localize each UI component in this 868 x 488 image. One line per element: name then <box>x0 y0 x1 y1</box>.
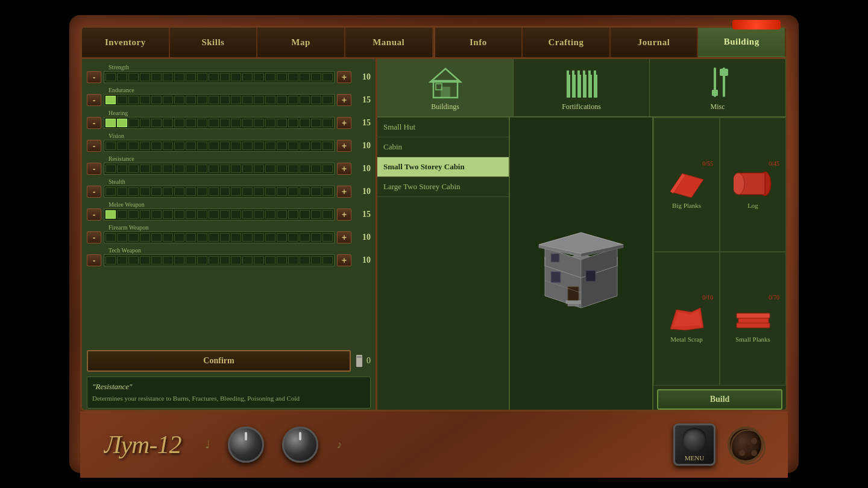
stat-minus-6[interactable]: - <box>87 208 101 221</box>
svg-rect-35 <box>566 301 580 304</box>
svg-rect-32 <box>586 271 596 281</box>
stat-value-7: 10 <box>354 233 371 242</box>
tab-skills[interactable]: Skills <box>170 28 258 57</box>
stat-plus-2[interactable]: + <box>337 117 351 129</box>
stat-row-endurance: Endurance-+15 <box>87 87 371 106</box>
stat-label-2: Hearing <box>108 110 128 116</box>
tab-manual-label: Manual <box>373 37 404 48</box>
stat-value-8: 10 <box>354 255 371 265</box>
building-preview <box>510 117 653 411</box>
menu-button[interactable]: MENU <box>673 424 715 466</box>
stat-controls-2: -+15 <box>87 117 371 129</box>
svg-marker-3 <box>430 69 461 82</box>
stat-row-strength: Strength-+10 <box>87 64 371 83</box>
svg-point-44 <box>734 173 744 195</box>
stat-plus-5[interactable]: + <box>337 186 351 198</box>
stat-minus-7[interactable]: - <box>87 231 101 243</box>
stat-minus-0[interactable]: - <box>87 71 101 83</box>
resource-big-planks: 0/55 Big Planks <box>653 117 720 252</box>
category-buildings[interactable]: Buildings <box>377 59 514 116</box>
stat-minus-1[interactable]: - <box>87 94 101 106</box>
resource-metal-scrap: 0/10 Metal Scrap <box>653 252 720 386</box>
stat-plus-1[interactable]: + <box>337 94 351 106</box>
tab-bar: Inventory Skills Map Manual Info Craftin… <box>82 28 786 59</box>
brand-text: Лут-12 <box>104 430 181 459</box>
svg-point-53 <box>739 450 745 456</box>
svg-rect-9 <box>583 75 587 98</box>
stat-minus-8[interactable]: - <box>87 254 101 266</box>
tab-crafting[interactable]: Crafting <box>523 28 611 57</box>
svg-rect-48 <box>738 318 769 323</box>
stat-label-3: Vision <box>108 133 124 139</box>
tab-manual[interactable]: Manual <box>345 28 433 57</box>
tab-map[interactable]: Map <box>257 28 345 57</box>
building-content: Small Hut Cabin Small Two Storey Cabin L… <box>377 117 786 411</box>
inner-panel: Inventory Skills Map Manual Info Craftin… <box>80 26 788 411</box>
stat-plus-3[interactable]: + <box>337 140 351 152</box>
stat-minus-3[interactable]: - <box>87 140 101 152</box>
svg-rect-36 <box>568 304 579 306</box>
stat-plus-6[interactable]: + <box>337 208 351 221</box>
stat-label-5: Stealth <box>108 178 125 185</box>
tab-inventory-label: Inventory <box>105 37 146 48</box>
resource-grid: 0/55 Big Planks <box>653 117 786 386</box>
stat-label-4: Resistance <box>108 155 134 162</box>
stat-plus-7[interactable]: + <box>337 231 351 243</box>
building-item-cabin[interactable]: Cabin <box>377 137 509 157</box>
stat-row-tech-weapon: Tech Weapon-+10 <box>87 247 371 266</box>
metal-scrap-label: Metal Scrap <box>670 336 702 343</box>
stat-label-1: Endurance <box>108 87 134 93</box>
stat-minus-4[interactable]: - <box>87 163 101 175</box>
build-button[interactable]: Build <box>657 389 782 410</box>
svg-rect-1 <box>357 356 362 358</box>
fortifications-icon <box>561 64 603 100</box>
stat-minus-2[interactable]: - <box>87 117 101 129</box>
outer-frame: Inventory Skills Map Manual Info Craftin… <box>69 15 799 473</box>
metal-scrap-icon <box>665 303 708 333</box>
music-note-2: ♪ <box>336 439 342 451</box>
stat-row-melee-weapon: Melee Weapon-+15 <box>87 201 371 221</box>
tab-crafting-label: Crafting <box>548 37 583 48</box>
misc-icon <box>697 64 739 100</box>
knob-right[interactable] <box>282 427 318 463</box>
building-item-small-two-storey[interactable]: Small Two Storey Cabin <box>377 157 509 177</box>
building-item-large-two-storey[interactable]: Large Two Storey Cabin <box>377 177 509 197</box>
stat-plus-8[interactable]: + <box>337 254 351 266</box>
stat-bar-8 <box>104 254 335 266</box>
big-planks-count: 0/55 <box>702 160 713 167</box>
knob-left[interactable] <box>228 427 264 463</box>
stat-plus-4[interactable]: + <box>337 163 351 175</box>
stat-bar-6 <box>104 208 335 221</box>
tab-info-label: Info <box>470 37 487 48</box>
stat-label-7: Firearm Weapon <box>108 224 149 231</box>
tab-info[interactable]: Info <box>435 28 523 57</box>
svg-rect-21 <box>720 69 728 76</box>
category-misc[interactable]: Misc <box>650 59 786 116</box>
svg-rect-33 <box>551 254 559 262</box>
category-fortifications[interactable]: Fortifications <box>514 59 650 116</box>
stat-minus-5[interactable]: - <box>87 186 101 198</box>
building-item-small-hut[interactable]: Small Hut <box>377 117 509 137</box>
svg-rect-7 <box>572 75 576 98</box>
stat-value-1: 15 <box>354 95 371 105</box>
svg-rect-15 <box>583 70 585 77</box>
svg-rect-8 <box>577 75 581 98</box>
stat-bar-3 <box>104 140 335 152</box>
stat-plus-0[interactable]: + <box>337 71 351 83</box>
menu-label: MENU <box>685 454 704 461</box>
tab-building[interactable]: Building <box>698 28 786 57</box>
svg-rect-34 <box>568 287 579 302</box>
small-planks-icon <box>732 303 774 333</box>
stat-label-8: Tech Weapon <box>108 247 141 254</box>
stat-value-4: 10 <box>354 164 371 174</box>
tab-inventory[interactable]: Inventory <box>82 28 170 57</box>
log-label: Log <box>747 202 758 209</box>
svg-rect-19 <box>712 90 718 96</box>
stat-row-resistance: Resistance-+10 <box>87 155 371 175</box>
svg-rect-49 <box>737 313 770 318</box>
tab-journal[interactable]: Journal <box>611 28 699 57</box>
confirm-button[interactable]: Confirm <box>87 350 351 372</box>
description-area: "Resistance" Determines your resistance … <box>87 377 371 408</box>
metal-scrap-count: 0/10 <box>702 294 713 301</box>
log-icon <box>732 169 774 199</box>
